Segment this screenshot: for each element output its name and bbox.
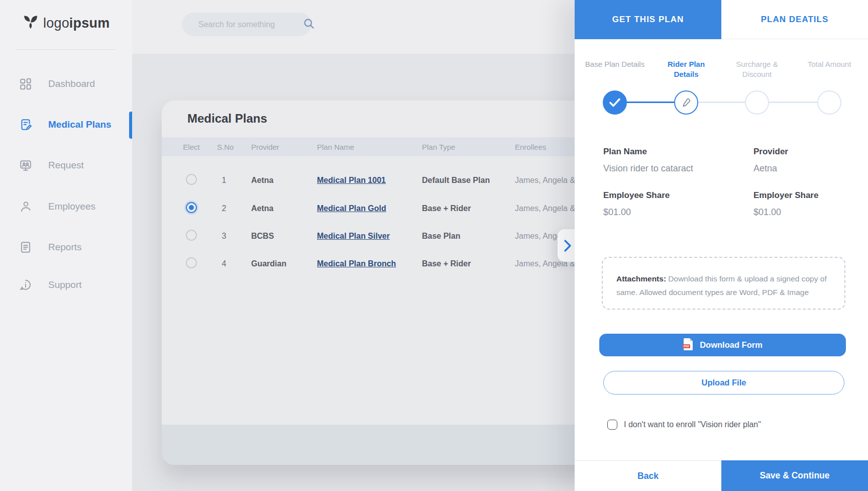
elect-radio[interactable]	[186, 230, 197, 241]
step-circle-total[interactable]	[817, 90, 841, 115]
plan-name-link[interactable]: Medical Plan 1001	[317, 176, 386, 185]
sidebar-item-label: Employees	[48, 201, 95, 212]
elect-radio[interactable]	[186, 257, 197, 268]
search-bar[interactable]	[182, 13, 311, 36]
detail-label: Plan Name	[603, 147, 739, 157]
row-provider: Aetna	[251, 204, 273, 213]
optout-checkbox[interactable]	[607, 420, 617, 430]
upload-file-button[interactable]: Upload File	[603, 371, 844, 395]
elect-radio[interactable]	[186, 174, 197, 185]
brand-logo: logoipsum	[22, 13, 110, 33]
row-sno: 3	[217, 232, 231, 241]
detail-value: Vision rider to cataract	[603, 163, 739, 174]
chevron-right-icon	[563, 239, 572, 252]
row-provider: BCBS	[251, 232, 274, 241]
row-plan-type: Base + Rider	[422, 204, 471, 213]
row-plan-type: Base + Rider	[422, 259, 471, 268]
active-nav-indicator	[129, 112, 132, 139]
row-enrollees: James, Angela & 1	[515, 176, 582, 185]
step-label-base-plan: Base Plan Details	[584, 59, 646, 69]
plan-name-link[interactable]: Medical Plan Gold	[317, 204, 386, 213]
tab-get-this-plan[interactable]: GET THIS PLAN	[575, 0, 721, 39]
sidebar-item-label: Support	[48, 279, 82, 290]
detail-label: Provider	[753, 147, 868, 157]
download-form-label: Download Form	[700, 340, 763, 350]
step-label-total: Total Amount	[798, 59, 860, 69]
column-enrollees: Enrollees	[515, 143, 547, 151]
step-circle-base-plan[interactable]	[603, 90, 627, 115]
request-icon	[19, 159, 32, 172]
medical-plans-icon	[19, 118, 32, 131]
stepper-connector	[626, 102, 675, 103]
column-elect: Elect	[179, 143, 204, 151]
row-provider: Guardian	[251, 259, 286, 268]
step-circle-rider-plan[interactable]	[674, 90, 698, 115]
pdf-file-icon: PDF	[683, 338, 694, 353]
detail-label: Employee Share	[603, 190, 739, 201]
sidebar-item-employees[interactable]: Employees	[0, 192, 132, 221]
plan-name-link[interactable]: Medical Plan Silver	[317, 232, 390, 241]
detail-employer-share: Employer Share $01.00	[753, 190, 868, 218]
employees-icon	[19, 200, 32, 213]
step-label-rider-plan: Rider Plan Details	[655, 59, 717, 79]
row-provider: Aetna	[251, 176, 273, 185]
attachments-label: Attachments:	[616, 274, 666, 283]
search-icon[interactable]	[302, 17, 315, 32]
step-label-surcharge: Surcharge & Discount	[726, 59, 788, 79]
plan-side-panel: GET THIS PLAN PLAN DEATILS Base Plan Det…	[575, 0, 868, 491]
tab-label: GET THIS PLAN	[612, 15, 684, 25]
back-button[interactable]: Back	[575, 460, 721, 491]
row-plan-type: Base Plan	[422, 232, 460, 241]
detail-provider: Provider Aetna	[753, 147, 868, 174]
panel-tabs: GET THIS PLAN PLAN DEATILS	[575, 0, 868, 39]
upload-file-label: Upload File	[702, 378, 746, 387]
enrollment-stepper: Base Plan Details Rider Plan Details Sur…	[575, 54, 868, 125]
detail-label: Employer Share	[753, 190, 868, 201]
pencil-icon	[681, 97, 691, 108]
stepper-connector	[768, 102, 818, 103]
row-sno: 1	[217, 176, 231, 185]
detail-value: Aetna	[753, 163, 868, 174]
column-sno: S.No	[217, 143, 231, 151]
sidebar-item-label: Medical Plans	[48, 119, 112, 130]
column-plan-name: Plan Name	[317, 143, 354, 151]
sidebar-item-support[interactable]: Support	[0, 271, 132, 299]
row-sno: 4	[217, 259, 231, 268]
row-plan-type: Default Base Plan	[422, 176, 490, 185]
page-title: Medical Plans	[187, 112, 267, 126]
app-window: logoipsum Dashboard Medical Plans Reques…	[0, 0, 868, 491]
panel-footer: Back Save & Continue	[575, 460, 868, 491]
sidebar-item-dashboard[interactable]: Dashboard	[0, 70, 132, 98]
optout-row: I don't want to enroll "Vision rider pla…	[607, 420, 761, 430]
sidebar-divider	[15, 49, 116, 50]
tab-plan-details[interactable]: PLAN DEATILS	[721, 0, 868, 39]
dashboard-icon	[19, 77, 32, 90]
column-provider: Provider	[251, 143, 279, 151]
sidebar-item-medical-plans[interactable]: Medical Plans	[0, 111, 132, 139]
reports-icon	[19, 241, 32, 254]
sidebar: logoipsum Dashboard Medical Plans Reques…	[0, 0, 132, 491]
save-continue-button[interactable]: Save & Continue	[721, 460, 868, 491]
optout-label: I don't want to enroll "Vision rider pla…	[624, 420, 761, 429]
sidebar-item-reports[interactable]: Reports	[0, 233, 132, 261]
column-plan-type: Plan Type	[422, 143, 455, 151]
row-enrollees: James, Angela & 1	[515, 204, 582, 213]
sidebar-item-label: Dashboard	[48, 78, 95, 89]
attachments-note: Attachments: Download this form & upload…	[602, 257, 845, 310]
search-input[interactable]	[198, 20, 302, 29]
detail-value: $01.00	[753, 207, 868, 218]
detail-employee-share: Employee Share $01.00	[603, 190, 739, 218]
check-icon	[609, 97, 621, 108]
svg-text:PDF: PDF	[684, 345, 690, 348]
elect-radio[interactable]	[186, 202, 197, 213]
row-sno: 2	[217, 204, 231, 213]
step-circle-surcharge[interactable]	[745, 90, 769, 115]
stepper-connector	[697, 102, 746, 103]
plan-name-link[interactable]: Medical Plan Bronch	[317, 259, 396, 268]
sidebar-item-label: Reports	[48, 242, 82, 253]
download-form-button[interactable]: PDF Download Form	[599, 334, 846, 356]
detail-plan-name: Plan Name Vision rider to cataract	[603, 147, 739, 174]
leaf-logo-icon	[22, 13, 39, 33]
sidebar-item-label: Request	[48, 160, 84, 171]
sidebar-item-request[interactable]: Request	[0, 151, 132, 179]
